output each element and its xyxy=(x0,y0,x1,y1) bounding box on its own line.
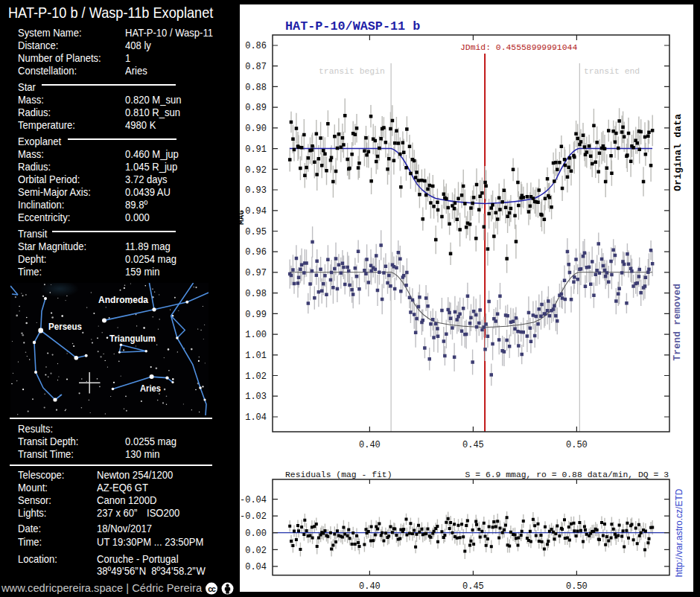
svg-text:0.40: 0.40 xyxy=(359,581,381,592)
svg-text:1.03: 1.03 xyxy=(245,392,267,402)
svg-text:0.91: 0.91 xyxy=(245,144,267,155)
svg-text:Triangulum: Triangulum xyxy=(109,333,156,344)
svg-text:0.93: 0.93 xyxy=(245,185,267,196)
svg-text:1.00: 1.00 xyxy=(245,330,267,340)
svg-text:0.94: 0.94 xyxy=(245,206,267,217)
svg-text:0.90: 0.90 xyxy=(245,124,267,134)
svg-text:1.01: 1.01 xyxy=(245,351,267,361)
svg-text:HAT-P-10/WASP-11 b: HAT-P-10/WASP-11 b xyxy=(285,19,420,33)
svg-text:0.86: 0.86 xyxy=(245,41,267,51)
svg-text:0.96: 0.96 xyxy=(245,247,267,258)
svg-text:0.50: 0.50 xyxy=(566,581,588,592)
svg-text:Trend removed: Trend removed xyxy=(672,284,684,361)
svg-text:0.02: 0.02 xyxy=(245,546,267,556)
svg-text:0.00: 0.00 xyxy=(245,529,267,539)
svg-text:Residuals (mag - fit): Residuals (mag - fit) xyxy=(285,470,392,479)
svg-text:0.95: 0.95 xyxy=(245,227,267,237)
svg-text:0.40: 0.40 xyxy=(359,440,381,450)
svg-text:0.92: 0.92 xyxy=(245,165,267,176)
svg-text:0.04: 0.04 xyxy=(245,562,267,572)
svg-text:Original data: Original data xyxy=(672,114,684,191)
svg-text:Perseus: Perseus xyxy=(48,321,82,332)
svg-text:-0.02: -0.02 xyxy=(240,511,267,522)
svg-text:Aries: Aries xyxy=(140,383,161,394)
svg-text:S = 6.9 mmag, ro = 0.88 data/m: S = 6.9 mmag, ro = 0.88 data/min, DQ = 3 xyxy=(465,470,669,479)
svg-text:0.97: 0.97 xyxy=(245,268,267,278)
svg-text:http://var.astro.cz/ETD: http://var.astro.cz/ETD xyxy=(674,488,684,577)
svg-text:0.89: 0.89 xyxy=(245,103,267,113)
svg-text:0.98: 0.98 xyxy=(245,289,267,299)
svg-text:-0.04: -0.04 xyxy=(240,495,267,505)
svg-text:0.99: 0.99 xyxy=(245,310,267,320)
svg-text:transit end: transit end xyxy=(584,67,640,76)
svg-text:Andromeda: Andromeda xyxy=(98,294,149,305)
svg-text:0.88: 0.88 xyxy=(245,83,267,93)
svg-text:1.02: 1.02 xyxy=(245,371,267,382)
svg-text:0.45: 0.45 xyxy=(462,581,484,592)
svg-text:0.45: 0.45 xyxy=(462,440,484,450)
svg-text:MAG: MAG xyxy=(240,210,246,225)
svg-text:transit begin: transit begin xyxy=(319,67,385,76)
svg-text:0.50: 0.50 xyxy=(566,440,588,450)
svg-text:JDmid: 0.45558999991044: JDmid: 0.45558999991044 xyxy=(460,43,577,52)
svg-text:1.04: 1.04 xyxy=(245,412,267,423)
svg-text:cc: cc xyxy=(208,584,216,593)
svg-text:0.87: 0.87 xyxy=(245,62,267,72)
